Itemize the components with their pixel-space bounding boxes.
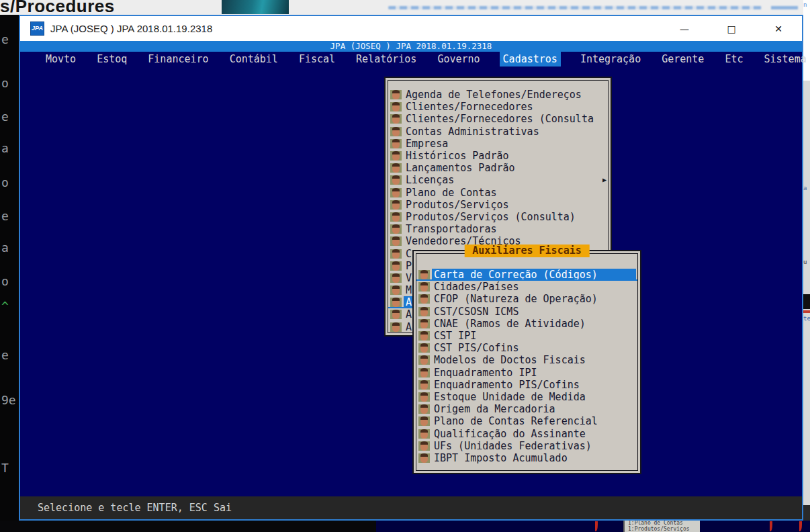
person-icon: [390, 310, 402, 319]
person-icon: [418, 282, 430, 292]
menubar-item[interactable]: Fiscal: [298, 52, 336, 66]
submenu-item[interactable]: Modelos de Doctos Fiscais: [414, 354, 640, 366]
background-console-strip: eoeaoeao^e9eT: [0, 15, 19, 532]
menubar-item[interactable]: Sistema: [763, 52, 808, 66]
menu-item[interactable]: Agenda de Telefones/Endereços ▶: [386, 89, 611, 101]
minimize-button[interactable]: —: [661, 16, 708, 41]
mini-panel-line: 1:Produtos/Serviços: [628, 527, 700, 532]
menu-item-label: Lançamentos Padrão: [404, 162, 517, 174]
menubar-item[interactable]: Relatórios: [355, 52, 418, 66]
menu-item-label: Transportadoras: [404, 223, 498, 235]
window-title: JPA (JOSEQ ) JPA 2018.01.19.2318: [50, 23, 212, 34]
menu-item-label: Licenças: [404, 174, 456, 186]
person-icon: [390, 200, 402, 210]
menubar-item[interactable]: Movto: [44, 52, 77, 66]
submenu-item[interactable]: CNAE (Ramos de Atividade): [414, 318, 640, 330]
submenu-item[interactable]: Estoque Unidade de Medida: [414, 391, 640, 403]
menubar-item[interactable]: Integração: [579, 52, 642, 66]
submenu-item[interactable]: IBPT Imposto Acumulado: [414, 452, 640, 464]
blurred-link-text-2: [771, 6, 798, 9]
person-icon: [390, 322, 402, 332]
menu-item-label: Produtos/Serviços (Consulta): [404, 211, 578, 223]
submenu-item[interactable]: Cidades/Países: [414, 281, 640, 293]
submenu-item-label: Origem da Mercadoria: [432, 403, 557, 415]
menu-item[interactable]: Licenças ▶: [386, 174, 611, 186]
person-icon: [418, 343, 430, 353]
menu-item[interactable]: Clientes/Fornecedores ▶: [386, 101, 611, 113]
menu-item[interactable]: Clientes/Fornecedores (Consulta ▶: [386, 113, 611, 125]
menubar-item[interactable]: Financeiro: [146, 52, 210, 66]
submenu-title: Auxiliares Fiscais: [464, 245, 590, 257]
person-icon: [418, 416, 430, 426]
menubar-item[interactable]: Cadastros: [500, 52, 561, 66]
menubar-item[interactable]: Gerente: [660, 52, 705, 66]
submenu-item[interactable]: Enquadramento PIS/Cofins: [414, 379, 640, 391]
console-text-fragment: 9e: [1, 394, 16, 406]
submenu-item[interactable]: Qualificação do Assinante: [414, 427, 640, 439]
menu-item-label: Clientes/Fornecedores: [404, 101, 535, 113]
person-icon: [418, 441, 430, 451]
submenu-item[interactable]: Carta de Correção (Códigos): [414, 269, 640, 281]
background-mini-panel: 1:Plano de Contas1:Produtos/Serviços: [623, 521, 700, 532]
window-titlebar[interactable]: JPA JPA (JOSEQ ) JPA 2018.01.19.2318 — □…: [20, 16, 802, 41]
submenu-item-label: CST IPI: [432, 330, 478, 342]
submenu-item[interactable]: CST PIS/Cofins: [414, 342, 640, 354]
close-button[interactable]: ✕: [755, 16, 802, 41]
menu-item-label: Clientes/Fornecedores (Consulta: [404, 113, 596, 125]
person-icon: [418, 429, 430, 439]
submenu-item[interactable]: UFs (Unidades Federativas): [414, 440, 640, 452]
person-icon: [390, 175, 402, 185]
status-bar: Selecione e tecle ENTER, ESC Sai: [20, 496, 802, 519]
submenu-item[interactable]: CFOP (Natureza de Operação): [414, 293, 640, 305]
person-icon: [390, 249, 402, 259]
submenu-item-label: Modelos de Doctos Fiscais: [432, 354, 588, 366]
submenu-item[interactable]: Origem da Mercadoria: [414, 403, 640, 415]
background-bottom-strip: 1:Plano de Contas1:Produtos/Serviços: [0, 521, 810, 532]
menu-item[interactable]: Lançamentos Padrão ▶: [386, 162, 611, 174]
app-inner-titlebar: JPA (JOSEQ ) JPA 2018.01.19.2318: [20, 41, 802, 52]
console-text-fragment: T: [1, 462, 9, 474]
menu-item[interactable]: Históricos Padrão ▶: [386, 150, 611, 162]
background-navy-area: 1:Plano de Contas1:Produtos/Serviços: [376, 521, 810, 532]
submenu-item[interactable]: Enquadramento IPI: [414, 367, 640, 379]
menubar-item[interactable]: Etc: [723, 52, 744, 66]
menu-item[interactable]: Contas Administrativas ▶: [386, 126, 611, 138]
person-icon: [390, 273, 402, 283]
person-icon: [390, 188, 402, 197]
menu-item[interactable]: Transportadoras ▶: [386, 223, 611, 235]
edge-text-fragment: u: [803, 259, 807, 265]
menu-item[interactable]: Plano de Contas ▶: [386, 187, 611, 199]
submenu-item-label: Carta de Correção (Códigos): [432, 269, 636, 281]
menu-item-label: Empresa: [404, 138, 450, 150]
submenu-item-label: Estoque Unidade de Medida: [432, 391, 588, 403]
submenu-item[interactable]: CST IPI: [414, 330, 640, 342]
menubar-item[interactable]: Governo: [436, 52, 481, 66]
person-icon: [390, 212, 402, 222]
submenu-item[interactable]: Plano de Contas Referencial: [414, 415, 640, 427]
blurred-link-text: [388, 6, 762, 9]
person-icon: [390, 139, 402, 148]
menu-item[interactable]: Produtos/Serviços ▶: [386, 199, 611, 211]
maximize-button[interactable]: □: [708, 16, 755, 41]
person-icon: [390, 285, 402, 295]
person-icon: [418, 319, 430, 328]
background-right-strip: naute: [803, 0, 810, 532]
menu-item-label: Agenda de Telefones/Endereços: [404, 89, 584, 101]
menu-item[interactable]: Produtos/Serviços (Consulta) ▶: [386, 211, 611, 223]
person-icon: [390, 90, 402, 99]
background-fragment: [803, 310, 810, 313]
menu-item-label: Plano de Contas: [404, 187, 498, 199]
red-mark: [799, 521, 802, 531]
menubar-item[interactable]: Contábil: [228, 52, 279, 66]
submenu-item-label: Enquadramento PIS/Cofins: [432, 379, 582, 391]
submenu-item-label: CST/CSOSN ICMS: [432, 306, 521, 318]
menu-item[interactable]: Empresa ▶: [386, 138, 611, 150]
console-text-fragment: e: [1, 349, 9, 361]
submenu-item-label: Qualificação do Assinante: [432, 428, 588, 440]
status-text: Selecione e tecle ENTER, ESC Sai: [38, 502, 232, 514]
background-fragment: [803, 0, 810, 81]
submenu-item[interactable]: CST/CSOSN ICMS: [414, 306, 640, 318]
person-icon: [390, 102, 402, 112]
menubar-item[interactable]: Estoq: [95, 52, 128, 66]
person-icon: [390, 127, 402, 136]
